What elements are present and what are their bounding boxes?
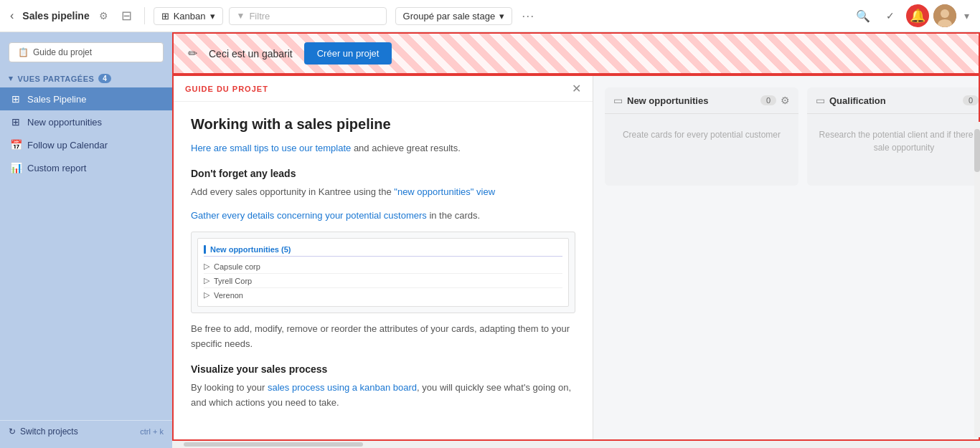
kanban-icon: ⊞ [161,11,169,22]
column-count: 0 [760,95,776,105]
sidebar-item-label: Sales Pipeline [27,94,86,105]
more-options-button[interactable]: ··· [518,6,538,27]
column-title: New opportunities [627,95,756,106]
column-body: Create cards for every potential custome… [605,114,798,186]
kanban-icon: ⊞ [10,93,22,105]
guide-panel: GUIDE DU PROJET ✕ Working with a sales p… [174,76,593,439]
kanban-col-header: ▭ Qualification 0 ⚙ [807,87,979,114]
sidebar-item-label: Custom report [27,163,86,173]
main-layout: 📋 Guide du projet ▾ VUES PARTAGÉES 4 ⊞ S… [0,32,980,448]
guide-project-button[interactable]: 📋 Guide du projet [9,42,164,62]
project-title: Sales pipeline [22,10,89,22]
guide-btn-wrap: 📋 Guide du projet [0,38,172,70]
menu-icon[interactable]: ⊟ [118,5,136,27]
section-label: VUES PARTAGÉES [18,75,95,83]
img-header-text: New opportunities (5) [210,245,291,254]
kanban-column-new-opportunities: ▭ New opportunities 0 ⚙ Create cards for… [605,87,798,186]
group-label: Groupé par sale stage [403,11,496,22]
column-title: Qualification [829,95,958,106]
filter-placeholder[interactable]: Filtre [249,11,270,22]
guide-img-row: ▷ Capsule corp [204,259,562,274]
filter-input-wrap: ▼ Filtre [229,7,387,25]
kanban-column-qualification: ▭ Qualification 0 ⚙ Research the potenti… [807,87,979,186]
template-banner: ✏ Ceci est un gabarit Créer un projet [172,32,980,75]
guide-section1-p1: Add every sales opportunity in Kantree u… [191,185,575,200]
settings-icon[interactable]: ⚙ [95,7,112,24]
guide-label: Guide du projet [33,47,92,57]
sidebar-item-new-opportunities[interactable]: ⊞ New opportunities [0,110,172,133]
sidebar-item-label: Follow up Calendar [27,140,108,151]
top-navbar: ‹ Sales pipeline ⚙ ⊟ ⊞ Kanban ▾ ▼ Filtre… [0,0,980,32]
avatar-image [933,4,956,27]
guide-panel-header: GUIDE DU PROJET ✕ [174,76,593,102]
guide-close-button[interactable]: ✕ [572,82,581,95]
navbar-right: 🔍 ✓ 🔔 ▾ [852,4,973,27]
filter-icon: ▼ [237,11,245,21]
view-dropdown-icon: ▾ [210,11,215,22]
column-body: Research the potential client and if the… [807,114,979,186]
guide-img-header: New opportunities (5) [204,243,562,257]
sidebar-item-follow-up-calendar[interactable]: 📅 Follow up Calendar [0,133,172,156]
guide-section2-p2: By looking to your sales process using a… [191,381,575,411]
guide-panel-label: GUIDE DU PROJET [185,85,268,93]
switch-projects-button[interactable]: ↻ Switch projects ctrl + k [0,420,172,442]
row-icon: ▷ [204,262,209,271]
pencil-icon: ✏ [188,47,197,60]
template-banner-text: Ceci est un gabarit [209,48,293,59]
kanban-area: ▭ New opportunities 0 ⚙ Create cards for… [593,76,979,439]
column-count: 0 [963,95,979,105]
guide-section2-title: Visualize your sales process [191,363,575,375]
guide-image-inner: New opportunities (5) ▷ Capsule corp ▷ T… [197,238,569,307]
guide-img-row: ▷ Verenon [204,288,562,302]
collapse-button[interactable]: ▭ [816,95,825,106]
navbar-left: ‹ Sales pipeline ⚙ ⊟ [7,5,136,27]
view-label: Kanban [174,11,206,22]
column-description: Research the potential client and if the… [816,123,979,160]
notifications-button[interactable]: 🔔 [906,4,929,27]
horizontal-scrollbar[interactable] [172,441,980,448]
group-dropdown-icon: ▾ [499,11,504,22]
search-button[interactable]: 🔍 [852,4,875,27]
chevron-down-icon: ▾ [9,74,14,83]
column-description: Create cards for every potential custome… [613,123,790,147]
row-text: Capsule corp [214,262,260,271]
main-content: ✏ Ceci est un gabarit Créer un projet GU… [172,32,980,448]
guide-icon: 📋 [18,47,29,57]
switch-shortcut: ctrl + k [140,427,164,436]
sidebar-item-label: New opportunities [27,117,102,128]
guide-section1-p3: Be free to add, modify, remove or reorde… [191,322,575,352]
avatar-dropdown-icon[interactable]: ▾ [961,7,973,24]
guide-content: Working with a sales pipeline Here are s… [174,102,593,439]
chart-icon: 📊 [10,162,22,173]
guide-image: New opportunities (5) ▷ Capsule corp ▷ T… [191,232,575,313]
avatar[interactable] [933,4,956,27]
guide-section1-title: Don't forget any leads [191,168,575,179]
shared-views-header: ▾ VUES PARTAGÉES 4 [0,70,172,87]
column-settings-button[interactable]: ⚙ [781,95,790,106]
switch-label: Switch projects [20,426,78,437]
collapse-button[interactable]: ▭ [613,95,623,106]
content-area: GUIDE DU PROJET ✕ Working with a sales p… [172,75,980,441]
back-button[interactable]: ‹ [7,6,17,25]
check-button[interactable]: ✓ [879,4,902,27]
guide-title: Working with a sales pipeline [191,116,575,133]
section-count: 4 [98,74,111,83]
row-text: Verenon [214,291,243,300]
row-icon: ▷ [204,276,209,285]
guide-intro: Here are small tips to use our template … [191,141,575,156]
row-text: Tyrell Corp [214,277,252,285]
blue-bar [204,245,206,254]
guide-section1-p2: Gather every details concerning your pot… [191,209,575,224]
sidebar: 📋 Guide du projet ▾ VUES PARTAGÉES 4 ⊞ S… [0,32,172,448]
scrollbar-thumb [184,442,363,447]
group-selector[interactable]: Groupé par sale stage ▾ [395,7,513,25]
view-selector[interactable]: ⊞ Kanban ▾ [154,7,223,25]
grid-icon: ⊞ [10,116,22,128]
sidebar-item-sales-pipeline[interactable]: ⊞ Sales Pipeline [0,87,172,110]
sidebar-item-custom-report[interactable]: 📊 Custom report [0,156,172,179]
nav-divider [144,7,145,24]
create-project-button[interactable]: Créer un projet [304,42,392,65]
switch-icon: ↻ [9,426,16,437]
guide-img-row: ▷ Tyrell Corp [204,274,562,288]
calendar-icon: 📅 [10,139,22,151]
